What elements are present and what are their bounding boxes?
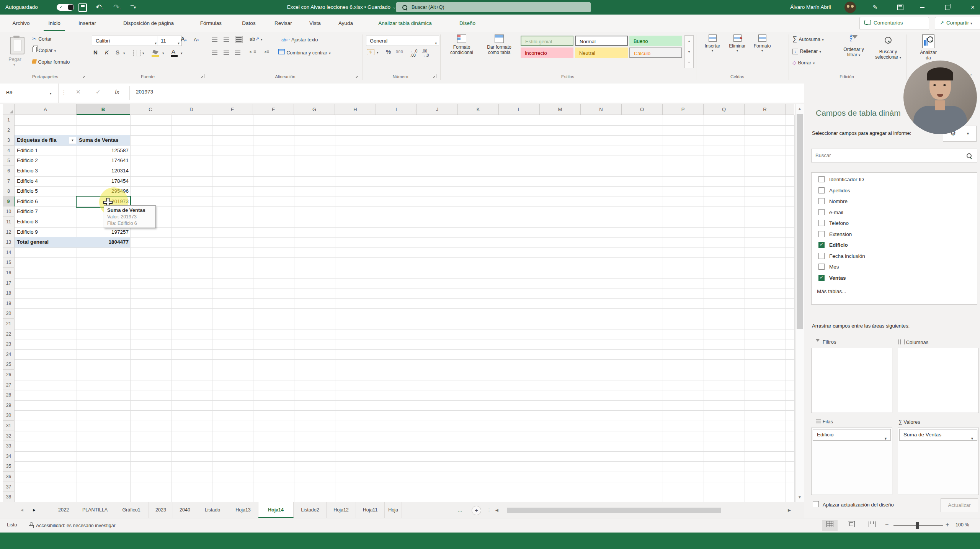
row-header-16[interactable]: 16 [3,268,15,278]
zoom-level[interactable]: 100 % [956,522,969,528]
sheet-tab-2022[interactable]: 2022 [51,502,76,518]
select-all-corner[interactable] [3,104,15,115]
insert-function-icon[interactable]: fx [115,88,119,95]
avatar[interactable] [844,2,856,13]
share-button[interactable]: ↗Compartir ▾ [935,17,980,30]
cut-button[interactable]: ✂ Cortar [32,35,52,42]
ribbon-tab-dise-o[interactable]: Diseño [454,15,481,32]
column-header-B[interactable]: B [77,104,130,115]
row-header-2[interactable]: 2 [3,125,15,136]
field-checkbox-unchecked[interactable] [818,253,825,259]
row-header-32[interactable]: 32 [3,431,15,441]
rows-field-pill[interactable]: Edificio▼ [813,429,891,441]
font-family-select[interactable]: Calibri▾ [92,36,159,46]
field-item-extension[interactable]: Extension [812,229,977,240]
align-middle-icon[interactable] [224,37,229,44]
pivot-row-label-13[interactable]: Total general [17,237,49,247]
font-color-icon[interactable]: A [172,48,175,55]
increase-indent-icon[interactable]: ⇥≡ [263,49,269,54]
number-dialog-launcher-icon[interactable] [433,74,436,78]
fields-search-box[interactable]: Buscar [811,149,977,162]
field-checkbox-checked[interactable]: ✓ [818,275,825,281]
field-item-apellidos[interactable]: Apellidos [812,185,977,196]
format-as-table-button[interactable]: Dar formato como tabla [482,34,517,55]
increase-font-icon[interactable]: A˄ [181,36,187,43]
hscroll-right-icon[interactable]: ▶ [788,502,791,518]
row-header-12[interactable]: 12 [3,227,15,238]
sort-filter-button[interactable]: AZ Ordenar y filtrar ▾ [838,34,869,57]
sheet-tab-2040[interactable]: 2040 [173,502,197,518]
pivot-row-label-8[interactable]: Edificio 5 [17,186,38,197]
column-header-E[interactable]: E [212,104,253,115]
ribbon-tab-f-rmulas[interactable]: Fórmulas [194,15,227,32]
row-header-1[interactable]: 1 [3,115,15,125]
pivot-row-label-12[interactable]: Edificio 9 [17,227,38,238]
align-right-icon[interactable] [235,50,240,57]
redo-icon[interactable]: ↷▾ [112,0,122,16]
font-color-dropdown-icon[interactable]: ▾ [181,51,183,55]
find-select-button[interactable]: Buscar y seleccionar ▾ [871,34,905,60]
row-header-7[interactable]: 7 [3,176,15,187]
bold-button[interactable]: N [93,49,98,56]
scroll-up-icon[interactable]: ▲ [796,105,803,113]
column-header-F[interactable]: F [253,104,294,115]
field-checkbox-unchecked[interactable] [818,209,825,215]
ribbon-tab-datos[interactable]: Datos [237,15,261,32]
field-item-edificio[interactable]: ✓Edificio [812,240,977,251]
format-painter-button[interactable]: Copiar formato [32,58,70,65]
underline-dropdown-icon[interactable]: ▾ [123,51,125,55]
font-size-select[interactable]: 11▾ [157,36,182,46]
horizontal-scrollbar[interactable] [504,508,786,513]
fill-color-icon[interactable] [152,50,158,54]
field-item-ventas[interactable]: ✓Ventas [812,273,977,284]
row-header-21[interactable]: 21 [3,319,15,329]
style-chip-bueno[interactable]: Bueno [629,36,682,46]
sheet-tab-listado[interactable]: Listado [197,502,228,518]
fill-dropdown-icon[interactable]: ▾ [162,51,164,55]
row-header-17[interactable]: 17 [3,278,15,288]
ribbon-tab-analizar-tabla-din-mica[interactable]: Analizar tabla dinámica [366,15,444,32]
zoom-out-icon[interactable]: − [885,521,889,528]
pivot-row-value-5[interactable]: 174641 [77,156,129,166]
row-header-29[interactable]: 29 [3,400,15,411]
row-header-37[interactable]: 37 [3,482,15,492]
sheet-nav-left-icon[interactable]: ◄ [20,502,24,518]
sheet-nav-right-icon[interactable]: ► [32,502,36,518]
paste-button[interactable]: Pegar ▾ [2,34,28,70]
sheet-tab-plantilla[interactable]: PLANTILLA [76,502,114,518]
alignment-dialog-launcher-icon[interactable] [355,74,359,78]
accounting-dropdown-icon[interactable]: ▾ [377,51,379,54]
pivot-row-label-5[interactable]: Edificio 2 [17,156,38,166]
style-chip-incorrecto[interactable]: Incorrecto [521,48,573,58]
column-header-K[interactable]: K [458,104,499,115]
column-header-J[interactable]: J [417,104,458,115]
row-header-3[interactable]: 3 [3,135,15,146]
fill-button[interactable]: ↓ Rellenar ▾ [792,48,821,54]
row-header-26[interactable]: 26 [3,370,15,380]
comma-style-button[interactable]: 000 [396,50,403,54]
field-item-mes[interactable]: Mes [812,262,977,272]
sheet-overflow-label[interactable]: ... [458,502,462,518]
copy-button[interactable]: Copiar ▾ [32,47,56,54]
scroll-down-icon[interactable]: ▼ [796,493,803,501]
row-header-8[interactable]: 8 [3,186,15,197]
columns-area-box[interactable] [898,348,979,413]
accessibility-status[interactable]: Accesibilidad: es necesario investigar [28,521,116,528]
row-header-10[interactable]: 10 [3,206,15,217]
row-header-13[interactable]: 13 [3,237,15,247]
autosum-button[interactable]: ∑ Autosuma ▾ [792,35,824,43]
pivot-row-label-6[interactable]: Edificio 3 [17,166,38,176]
ribbon-tab-archivo[interactable]: Archivo [6,15,36,32]
field-checkbox-unchecked[interactable] [818,187,825,193]
style-chip-normal[interactable]: Normal [575,36,628,46]
qat-customize-icon[interactable]: ▔▾ [128,0,139,15]
column-header-C[interactable]: C [130,104,171,115]
row-header-30[interactable]: 30 [3,410,15,421]
row-header-9[interactable]: 9 [3,197,15,207]
borders-dropdown-icon[interactable]: ▾ [142,51,144,55]
field-checkbox-unchecked[interactable] [818,198,825,204]
zoom-in-icon[interactable]: + [946,521,949,528]
pivot-row-label-7[interactable]: Edificio 4 [17,176,38,187]
sheet-tab-2023[interactable]: 2023 [149,502,173,518]
undo-icon[interactable]: ↶▾ [94,0,105,16]
